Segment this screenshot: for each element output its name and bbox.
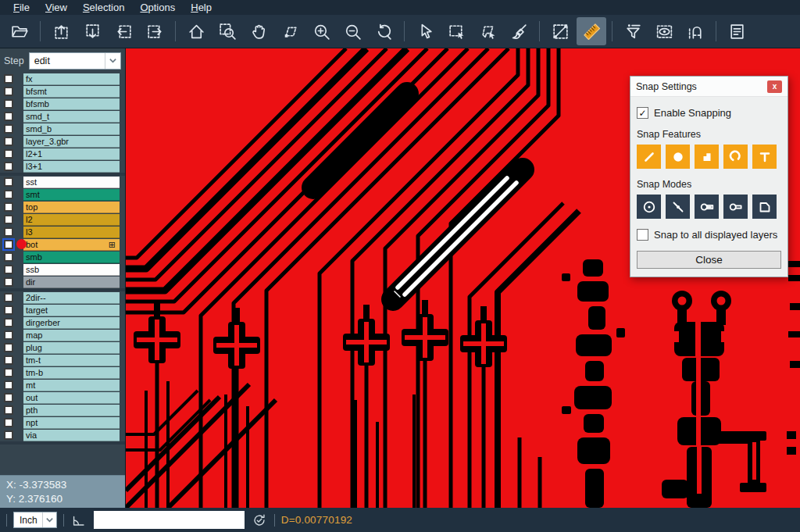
layer-visibility-checkbox[interactable] <box>4 227 13 237</box>
layer-visibility-checkbox[interactable] <box>4 318 13 327</box>
layer-visibility-checkbox[interactable] <box>4 215 13 224</box>
toolbar-select-polygon-button[interactable] <box>473 17 502 45</box>
layer-name[interactable]: bfsmb <box>23 98 120 110</box>
layer-name[interactable]: map <box>23 330 120 341</box>
toolbar-open-button[interactable] <box>5 17 34 45</box>
toolbar-scroll-up-button[interactable] <box>46 17 76 45</box>
toolbar-measure-ruler-button[interactable] <box>577 17 606 45</box>
layer-name[interactable]: tm-b <box>23 367 120 379</box>
toolbar-measure-points-button[interactable] <box>545 17 575 45</box>
layer-visibility-checkbox[interactable] <box>4 112 13 121</box>
layer-name[interactable]: fx <box>23 73 120 85</box>
menu-view[interactable]: View <box>38 0 74 15</box>
toolbar-home-view-button[interactable] <box>181 17 211 45</box>
layer-name[interactable]: plug <box>23 342 120 354</box>
layer-visibility-checkbox[interactable] <box>4 265 13 274</box>
menu-file[interactable]: File <box>6 0 37 15</box>
close-button[interactable]: Close <box>637 251 781 269</box>
layer-name[interactable]: smb <box>23 252 120 263</box>
toolbar-scroll-left-button[interactable] <box>109 17 138 45</box>
layer-visibility-checkbox[interactable] <box>4 277 13 287</box>
units-select[interactable]: Inch <box>13 512 57 528</box>
snap-slot-center-button[interactable] <box>695 195 719 219</box>
enable-snapping-checkbox[interactable]: ✓ <box>637 107 648 119</box>
toolbar-zoom-area-button[interactable] <box>275 17 305 45</box>
layer-visibility-checkbox[interactable] <box>4 252 13 262</box>
layer-name[interactable]: tm-t <box>23 355 120 366</box>
layer-name[interactable]: via <box>23 430 120 441</box>
layer-visibility-checkbox[interactable] <box>4 99 13 109</box>
dialog-close-icon[interactable]: x <box>767 80 782 93</box>
snap-line-button[interactable] <box>637 145 661 169</box>
layer-name[interactable]: out <box>23 392 120 404</box>
layer-name[interactable]: top <box>23 202 120 213</box>
layer-name[interactable]: bot⊞ <box>23 239 120 251</box>
layer-visibility-checkbox[interactable] <box>4 393 13 402</box>
layer-visibility-checkbox[interactable] <box>4 380 13 390</box>
layer-name[interactable]: dirgerber <box>23 317 120 329</box>
layer-name[interactable]: sst <box>23 177 120 188</box>
layer-name[interactable]: smd_b <box>23 123 120 135</box>
layer-visibility-checkbox[interactable] <box>4 162 13 171</box>
snap-settings-titlebar[interactable]: Snap Settings x <box>630 77 788 97</box>
angle-measure-icon[interactable] <box>70 512 88 529</box>
toolbar-scroll-down-button[interactable] <box>77 17 107 45</box>
menu-help[interactable]: Help <box>184 0 219 15</box>
toolbar-select-button[interactable] <box>410 17 440 45</box>
layer-visibility-checkbox[interactable] <box>4 330 13 340</box>
toolbar-report-button[interactable] <box>722 17 752 45</box>
step-select[interactable]: edit <box>29 52 121 70</box>
menu-options[interactable]: Options <box>133 0 182 15</box>
layer-name[interactable]: l3+1 <box>23 161 120 173</box>
layer-name[interactable]: l2 <box>23 214 120 226</box>
layer-name[interactable]: l3 <box>23 227 120 238</box>
layer-name[interactable]: dir <box>23 277 120 288</box>
toolbar-zoom-out-button[interactable] <box>338 17 367 45</box>
toolbar-zoom-previous-button[interactable] <box>369 17 398 45</box>
layer-visibility-checkbox[interactable] <box>4 355 13 365</box>
command-input[interactable] <box>94 511 245 529</box>
layer-name[interactable]: mt <box>23 380 120 391</box>
snap-arc-button[interactable] <box>723 145 748 169</box>
layer-name[interactable]: layer_3.gbr <box>23 136 120 148</box>
layer-name[interactable]: 2dir-- <box>23 292 120 304</box>
layer-visibility-checkbox[interactable] <box>4 418 13 427</box>
layer-name[interactable]: l2+1 <box>23 148 120 160</box>
layer-name[interactable]: target <box>23 305 120 316</box>
toolbar-view-selection-button[interactable] <box>649 17 679 45</box>
layer-name[interactable]: ssb <box>23 264 120 276</box>
toolbar-zoom-window-button[interactable] <box>212 17 242 45</box>
layer-name[interactable]: npt <box>23 417 120 429</box>
layer-visibility-checkbox[interactable] <box>4 368 13 377</box>
toolbar-snap-settings-button[interactable] <box>680 17 710 45</box>
layer-name[interactable]: bfsmt <box>23 86 120 98</box>
layer-visibility-checkbox[interactable] <box>4 293 13 302</box>
layer-visibility-checkbox[interactable] <box>4 305 13 315</box>
toolbar-scroll-right-button[interactable] <box>140 17 170 45</box>
snap-slot-outline-button[interactable] <box>723 195 748 219</box>
snap-outline-button[interactable] <box>752 195 777 219</box>
layer-visibility-checkbox[interactable] <box>4 124 13 134</box>
toolbar-zoom-in-button[interactable] <box>306 17 336 45</box>
snap-center-button[interactable] <box>637 195 661 219</box>
layer-name[interactable]: smd_t <box>23 111 120 123</box>
toolbar-clear-selection-button[interactable] <box>504 17 534 45</box>
snap-surface-button[interactable] <box>695 145 719 169</box>
layer-visibility-checkbox[interactable] <box>4 137 13 146</box>
snap-pad-button[interactable] <box>666 145 690 169</box>
layer-visibility-checkbox[interactable] <box>4 430 13 440</box>
layer-visibility-checkbox[interactable] <box>4 343 13 352</box>
toolbar-pan-button[interactable] <box>244 17 273 45</box>
layer-visibility-checkbox[interactable] <box>4 87 13 96</box>
snap-text-button[interactable] <box>752 145 777 169</box>
layer-visibility-checkbox[interactable] <box>4 149 13 159</box>
snap-midpoint-button[interactable] <box>666 195 690 219</box>
snap-all-layers-checkbox[interactable] <box>637 229 648 241</box>
grid-icon[interactable]: ⊞ <box>109 241 117 248</box>
layer-visibility-checkbox[interactable] <box>4 405 13 415</box>
layer-name[interactable]: smt <box>23 189 120 201</box>
layer-visibility-checkbox[interactable] <box>4 177 13 187</box>
menu-selection[interactable]: Selection <box>76 0 131 15</box>
layer-visibility-checkbox[interactable] <box>4 202 13 212</box>
layer-name[interactable]: pth <box>23 405 120 416</box>
